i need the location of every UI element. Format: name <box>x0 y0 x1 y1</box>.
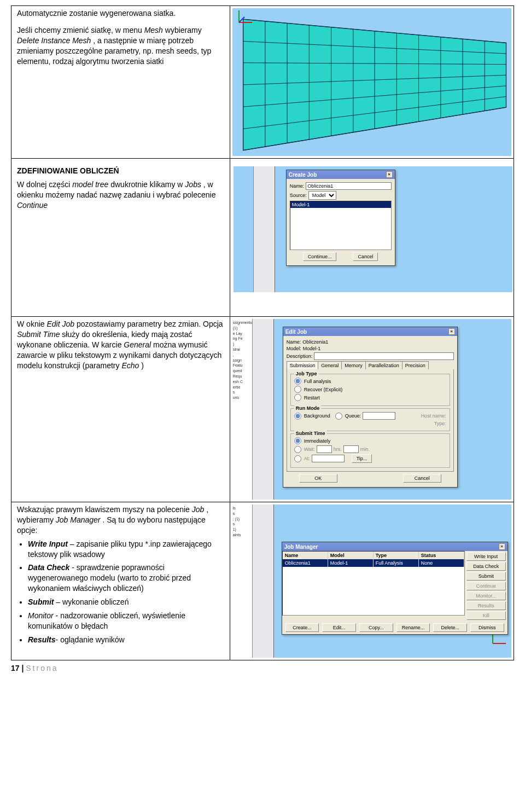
write-input: Write Input <box>28 540 68 548</box>
tab-parallelization[interactable]: Parallelization <box>365 361 402 369</box>
side-buttons: Write InputData CheckSubmitContinueMonit… <box>465 551 508 621</box>
row1-p1: Automatycznie zostanie wygenerowana siat… <box>17 8 224 19</box>
table-row[interactable]: Obliczenia1 Model-1 Full Analysis None <box>283 559 464 567</box>
row4-figure: lss; (1)s1)aints Job Manager × <box>230 502 514 660</box>
cancel-button[interactable]: Cancel <box>353 252 378 261</box>
write-input-button[interactable]: Write Input <box>466 552 506 561</box>
tab-memory[interactable]: Memory <box>341 361 366 369</box>
t: wybieramy <box>165 26 202 34</box>
row3-text: W oknie Edit Job pozostawiamy parametry … <box>11 317 230 502</box>
at-input <box>312 455 345 462</box>
opt-label: Immediately <box>304 438 331 444</box>
wait-min-input <box>343 445 359 453</box>
full-analysis-radio[interactable] <box>294 378 301 385</box>
description-label: Description: <box>287 353 313 359</box>
dialog-titlebar[interactable]: Edit Job × <box>283 327 457 336</box>
cancel-button[interactable]: Cancel <box>403 474 441 483</box>
delete--button[interactable]: Delete... <box>433 623 467 632</box>
edit--button[interactable]: Edit... <box>322 623 356 632</box>
description-input[interactable] <box>314 352 453 360</box>
wait-radio[interactable] <box>294 446 301 453</box>
axis-triad-icon <box>236 8 511 154</box>
row2-figure: Create Job × Name: Source: Model <box>230 159 514 317</box>
row1-text: Automatycznie zostanie wygenerowana siat… <box>11 6 230 159</box>
tab-general[interactable]: General <box>318 361 342 369</box>
continue-button[interactable]: Continue... <box>303 252 337 261</box>
create--button[interactable]: Create... <box>285 623 319 632</box>
cell-type: Full Analysis <box>374 559 419 567</box>
list-item: Submit – wykonanie obliczeń <box>28 597 224 607</box>
t: pozostawiamy parametry bez zmian. Opcja <box>77 320 223 328</box>
model-list-item[interactable]: Model-1 <box>290 201 391 208</box>
dialog-titlebar[interactable]: Job Manager × <box>282 542 508 551</box>
submit: Submit <box>28 598 54 606</box>
svg-line-21 <box>239 17 244 22</box>
col-model[interactable]: Model <box>328 552 374 559</box>
restart-radio[interactable] <box>294 394 301 401</box>
immediately-radio[interactable] <box>294 437 301 444</box>
unit-label: hrs. <box>334 446 342 452</box>
tip-button[interactable]: Tip... <box>352 454 372 463</box>
dismiss-button[interactable]: Dismiss <box>470 623 504 632</box>
model-listbox[interactable]: Model-1 <box>290 201 392 250</box>
copy--button[interactable]: Copy... <box>359 623 393 632</box>
list-item: Data Check - sprawdzenie poprawności wyg… <box>28 562 224 594</box>
submit-time-group: Submit Time Immediately Wait: hrs. min. … <box>290 433 450 468</box>
tab-submission[interactable]: Submission <box>287 361 319 369</box>
close-icon[interactable]: × <box>499 543 505 550</box>
options-list: Write Input – zapisanie pliku typu *.inp… <box>17 539 224 645</box>
dialog-titlebar[interactable]: Create Job × <box>287 170 395 179</box>
monitor--button[interactable]: Monitor... <box>466 591 506 600</box>
queue-radio[interactable] <box>335 413 342 420</box>
mesh-figure <box>232 8 511 156</box>
col-name[interactable]: Name <box>283 552 328 559</box>
results-button[interactable]: Results <box>466 601 506 610</box>
opt-label: Wait: <box>304 446 315 452</box>
list-item: Monitor - nadzorowanie obliczeń, wyświet… <box>28 611 224 631</box>
submit-button[interactable]: Submit <box>466 572 506 581</box>
row1-p2: Jeśli chcemy zmienić siatkę, w menu Mesh… <box>17 25 224 67</box>
app-frame-strip <box>253 166 275 292</box>
at-radio[interactable] <box>294 455 301 462</box>
t: – wykonanie obliczeń <box>54 598 129 606</box>
t: W oknie <box>17 320 46 328</box>
group-title: Run Mode <box>294 405 322 411</box>
page-footer: 17 | Strona <box>11 664 514 672</box>
cell-name: Obliczenia1 <box>283 559 328 567</box>
recover-radio[interactable] <box>294 386 301 393</box>
t: ) <box>141 361 144 370</box>
close-icon[interactable]: × <box>448 328 455 335</box>
app-frame-strip <box>252 319 274 500</box>
continue-button[interactable]: Continue <box>466 582 506 590</box>
source-label: Source: <box>290 193 307 198</box>
group-title: Job Type <box>294 371 319 376</box>
background-radio[interactable] <box>294 413 301 420</box>
rename--button[interactable]: Rename... <box>396 623 430 632</box>
host-label: Host name: <box>421 413 446 419</box>
submit-time: Submit Time <box>17 330 60 339</box>
row4-p1: Wskazując prawym klawiszem myszy na pole… <box>17 504 224 536</box>
tab-precision[interactable]: Precision <box>402 361 429 369</box>
edit-job: Edit Job <box>46 320 74 328</box>
t: dwukrotnie klikamy w <box>110 180 185 189</box>
dialog-title: Edit Job <box>285 329 307 335</box>
type-label: Type: <box>434 421 446 426</box>
col-type[interactable]: Type <box>374 552 419 559</box>
row2-text: ZDEFINIOWANIE OBLICZEŃ W dolnej części m… <box>11 159 230 317</box>
wait-hrs-input <box>317 445 332 453</box>
list-item: Results- oglądanie wyników <box>28 635 224 645</box>
row4-text: Wskazując prawym klawiszem myszy na pole… <box>11 502 230 660</box>
data-check-button[interactable]: Data Check <box>466 562 506 571</box>
job-name-input[interactable] <box>306 182 391 190</box>
model-tree-fragment: lss; (1)s1)aints <box>232 504 252 658</box>
row3-p1: W oknie Edit Job pozostawiamy parametry … <box>17 319 224 370</box>
name-label: Name: <box>290 183 305 189</box>
queue-input <box>363 412 395 420</box>
job-manager-dialog: Job Manager × Name Model Type Status <box>282 542 508 635</box>
ok-button[interactable]: OK <box>299 474 337 483</box>
model-tree: model tree <box>72 180 108 189</box>
kill-button[interactable]: Kill <box>466 611 506 620</box>
col-status[interactable]: Status <box>419 552 464 559</box>
close-icon[interactable]: × <box>386 171 393 178</box>
source-select[interactable]: Model <box>308 191 336 200</box>
